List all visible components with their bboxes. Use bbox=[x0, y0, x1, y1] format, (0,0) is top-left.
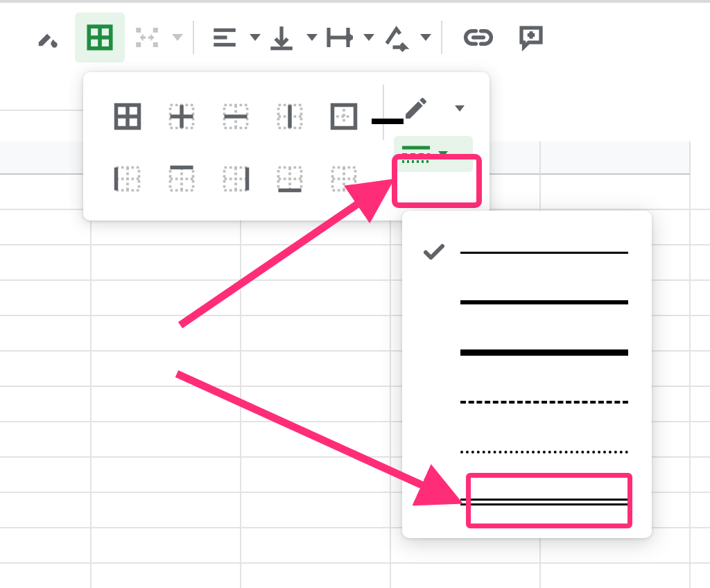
chevron-down-icon bbox=[363, 34, 374, 41]
paint-bucket-icon bbox=[33, 23, 62, 52]
border-horizontal-icon bbox=[220, 101, 251, 132]
border-style-dashed[interactable] bbox=[402, 377, 652, 427]
borders-side-panel bbox=[394, 87, 473, 211]
borders-popup bbox=[83, 72, 490, 220]
border-style-icon bbox=[401, 141, 431, 166]
pencil-icon bbox=[402, 94, 430, 122]
text-wrap-icon bbox=[324, 23, 353, 52]
border-left-icon bbox=[112, 164, 143, 194]
column-header[interactable] bbox=[0, 141, 92, 175]
border-style-double[interactable] bbox=[402, 477, 652, 527]
border-vertical-option[interactable] bbox=[263, 87, 316, 146]
toolbar-separator bbox=[193, 21, 194, 54]
text-rotation-icon bbox=[381, 23, 410, 52]
horizontal-align-button[interactable] bbox=[204, 12, 261, 62]
chevron-down-icon bbox=[250, 34, 261, 41]
border-clear-option[interactable] bbox=[318, 150, 370, 208]
svg-rect-5 bbox=[153, 28, 158, 33]
border-style-button[interactable] bbox=[394, 136, 473, 172]
border-all-option[interactable] bbox=[101, 87, 154, 146]
border-style-dotted[interactable] bbox=[402, 427, 652, 477]
chevron-down-icon bbox=[438, 151, 448, 157]
color-swatch bbox=[372, 119, 404, 124]
border-outer-icon bbox=[329, 101, 359, 132]
svg-rect-4 bbox=[136, 28, 141, 33]
chevron-down-icon bbox=[455, 105, 465, 112]
border-style-thin[interactable] bbox=[402, 227, 652, 277]
border-style-medium[interactable] bbox=[402, 277, 652, 327]
svg-rect-7 bbox=[153, 42, 158, 47]
text-wrap-button[interactable] bbox=[318, 12, 374, 62]
line-sample-medium bbox=[460, 300, 628, 304]
line-sample-thick bbox=[460, 349, 628, 356]
fill-color-button[interactable] bbox=[22, 12, 72, 62]
border-style-thick[interactable] bbox=[402, 327, 652, 377]
merge-cells-icon bbox=[132, 23, 162, 52]
comment-icon bbox=[517, 23, 546, 52]
border-right-icon bbox=[220, 164, 251, 194]
line-sample-dotted bbox=[460, 451, 628, 453]
border-inner-icon bbox=[166, 101, 197, 132]
border-vertical-icon bbox=[275, 101, 305, 132]
border-horizontal-option[interactable] bbox=[209, 87, 262, 146]
svg-rect-6 bbox=[136, 42, 141, 47]
toolbar bbox=[0, 3, 710, 72]
vertical-align-button[interactable] bbox=[261, 12, 318, 62]
borders-options-grid bbox=[101, 87, 370, 211]
check-icon bbox=[422, 240, 447, 265]
line-sample-double bbox=[460, 499, 628, 505]
border-clear-icon bbox=[329, 164, 359, 194]
border-bottom-icon bbox=[275, 164, 305, 194]
border-top-option[interactable] bbox=[155, 150, 208, 208]
merge-cells-button[interactable] bbox=[126, 12, 183, 62]
border-top-icon bbox=[166, 164, 197, 194]
border-style-dropdown bbox=[402, 211, 652, 538]
border-all-icon bbox=[112, 101, 143, 132]
popup-separator bbox=[383, 85, 384, 140]
text-rotation-button[interactable] bbox=[374, 12, 431, 62]
row[interactable] bbox=[0, 564, 710, 588]
borders-button[interactable] bbox=[75, 12, 125, 62]
border-left-option[interactable] bbox=[101, 150, 154, 208]
column-header[interactable] bbox=[541, 141, 691, 175]
border-all-icon bbox=[85, 23, 114, 52]
insert-link-button[interactable] bbox=[453, 12, 503, 62]
border-bottom-option[interactable] bbox=[263, 150, 316, 208]
insert-comment-button[interactable] bbox=[506, 12, 556, 62]
border-color-button[interactable] bbox=[394, 87, 473, 129]
align-bottom-icon bbox=[267, 23, 296, 52]
grid-line bbox=[0, 110, 94, 111]
border-right-option[interactable] bbox=[209, 150, 262, 208]
chevron-down-icon bbox=[306, 34, 318, 41]
svg-point-0 bbox=[51, 42, 57, 47]
line-sample-thin bbox=[460, 252, 628, 254]
border-outer-option[interactable] bbox=[318, 87, 370, 146]
border-inner-option[interactable] bbox=[155, 87, 208, 146]
chevron-down-icon bbox=[172, 34, 183, 41]
toolbar-separator bbox=[441, 21, 442, 54]
line-sample-dashed bbox=[460, 401, 628, 404]
link-icon bbox=[463, 22, 494, 53]
chevron-down-icon bbox=[420, 34, 431, 41]
align-left-icon bbox=[210, 23, 239, 52]
